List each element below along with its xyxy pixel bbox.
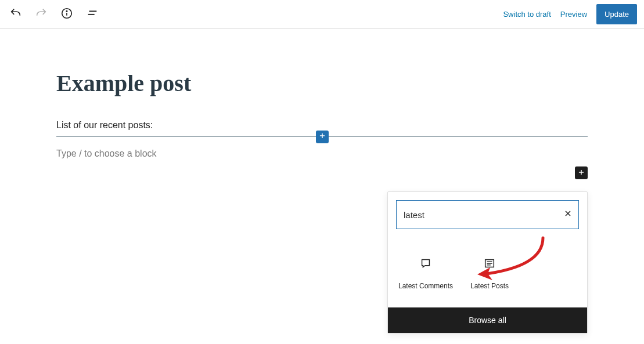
details-button[interactable] bbox=[58, 5, 75, 24]
block-search-input[interactable] bbox=[402, 205, 563, 224]
search-clear-button[interactable] bbox=[563, 209, 573, 220]
block-divider bbox=[56, 136, 588, 137]
close-icon bbox=[563, 209, 573, 220]
block-item-latest-posts[interactable]: Latest Posts bbox=[458, 255, 521, 294]
update-button[interactable]: Update bbox=[596, 4, 637, 24]
svg-point-2 bbox=[66, 11, 67, 12]
editor-toolbar: Switch to draft Preview Update bbox=[0, 0, 644, 29]
browse-all-button[interactable]: Browse all bbox=[388, 307, 587, 333]
post-title[interactable]: Example post bbox=[56, 70, 588, 97]
block-search-box bbox=[396, 200, 579, 229]
redo-button[interactable] bbox=[33, 5, 50, 24]
add-block-inline-button[interactable] bbox=[316, 131, 329, 143]
block-item-label: Latest Posts bbox=[470, 282, 509, 291]
empty-block-row: Type / to choose a block bbox=[56, 149, 588, 159]
plus-icon bbox=[318, 132, 326, 142]
preview-button[interactable]: Preview bbox=[560, 10, 587, 19]
block-results-grid: Latest Comments Latest Posts bbox=[388, 237, 587, 307]
switch-to-draft-button[interactable]: Switch to draft bbox=[503, 10, 551, 19]
posts-list-icon bbox=[483, 257, 496, 271]
comment-icon bbox=[419, 257, 432, 271]
toolbar-left bbox=[7, 5, 101, 24]
toolbar-right: Switch to draft Preview Update bbox=[503, 4, 637, 24]
redo-icon bbox=[35, 7, 48, 21]
info-icon bbox=[60, 7, 73, 21]
block-item-label: Latest Comments bbox=[398, 282, 453, 291]
editor-content: Example post List of our recent posts: T… bbox=[0, 29, 644, 159]
add-block-button[interactable] bbox=[575, 166, 588, 179]
undo-icon bbox=[9, 7, 22, 21]
undo-button[interactable] bbox=[7, 5, 24, 24]
block-item-latest-comments[interactable]: Latest Comments bbox=[394, 255, 458, 294]
plus-icon bbox=[577, 168, 585, 178]
block-inserter-popover: Latest Comments Latest Posts Browse all bbox=[387, 191, 588, 334]
block-placeholder-text[interactable]: Type / to choose a block bbox=[56, 149, 157, 159]
outline-button[interactable] bbox=[84, 5, 101, 24]
outline-icon bbox=[86, 7, 99, 21]
